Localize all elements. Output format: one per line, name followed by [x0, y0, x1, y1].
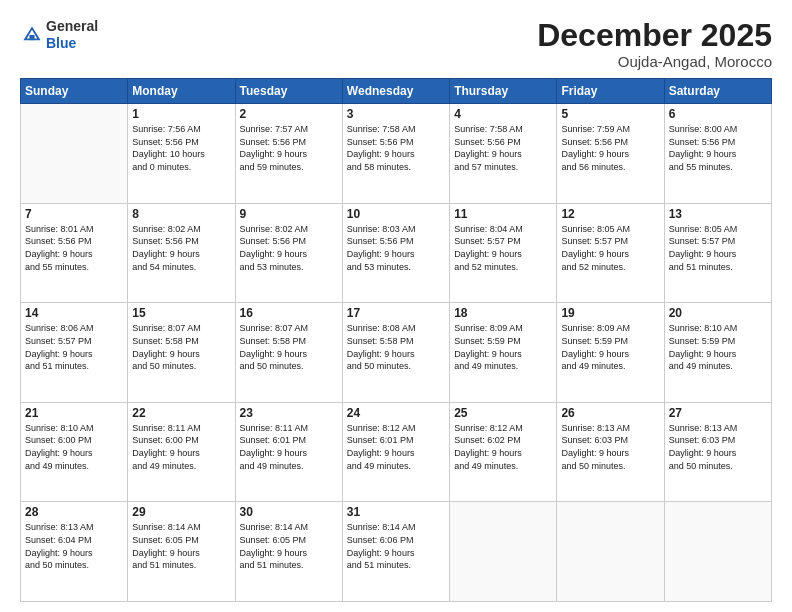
- day-info: Sunrise: 8:14 AM Sunset: 6:05 PM Dayligh…: [240, 521, 338, 571]
- page: General Blue December 2025 Oujda-Angad, …: [0, 0, 792, 612]
- day-number: 24: [347, 406, 445, 420]
- day-info: Sunrise: 7:57 AM Sunset: 5:56 PM Dayligh…: [240, 123, 338, 173]
- calendar-cell: 25Sunrise: 8:12 AM Sunset: 6:02 PM Dayli…: [450, 402, 557, 502]
- calendar-cell: [450, 502, 557, 602]
- calendar-cell: 10Sunrise: 8:03 AM Sunset: 5:56 PM Dayli…: [342, 203, 449, 303]
- header: General Blue December 2025 Oujda-Angad, …: [20, 18, 772, 70]
- calendar-cell: 31Sunrise: 8:14 AM Sunset: 6:06 PM Dayli…: [342, 502, 449, 602]
- logo-text: General Blue: [46, 18, 98, 52]
- day-info: Sunrise: 8:02 AM Sunset: 5:56 PM Dayligh…: [240, 223, 338, 273]
- location: Oujda-Angad, Morocco: [537, 53, 772, 70]
- calendar-cell: 18Sunrise: 8:09 AM Sunset: 5:59 PM Dayli…: [450, 303, 557, 403]
- day-info: Sunrise: 7:59 AM Sunset: 5:56 PM Dayligh…: [561, 123, 659, 173]
- calendar-week-row: 21Sunrise: 8:10 AM Sunset: 6:00 PM Dayli…: [21, 402, 772, 502]
- calendar-cell: [21, 104, 128, 204]
- day-info: Sunrise: 8:07 AM Sunset: 5:58 PM Dayligh…: [240, 322, 338, 372]
- day-number: 8: [132, 207, 230, 221]
- day-number: 20: [669, 306, 767, 320]
- day-number: 22: [132, 406, 230, 420]
- day-number: 11: [454, 207, 552, 221]
- day-info: Sunrise: 8:12 AM Sunset: 6:02 PM Dayligh…: [454, 422, 552, 472]
- day-info: Sunrise: 8:13 AM Sunset: 6:03 PM Dayligh…: [561, 422, 659, 472]
- day-number: 6: [669, 107, 767, 121]
- month-title: December 2025: [537, 18, 772, 53]
- day-number: 25: [454, 406, 552, 420]
- day-info: Sunrise: 8:05 AM Sunset: 5:57 PM Dayligh…: [669, 223, 767, 273]
- day-info: Sunrise: 8:00 AM Sunset: 5:56 PM Dayligh…: [669, 123, 767, 173]
- calendar-cell: 14Sunrise: 8:06 AM Sunset: 5:57 PM Dayli…: [21, 303, 128, 403]
- calendar-cell: 17Sunrise: 8:08 AM Sunset: 5:58 PM Dayli…: [342, 303, 449, 403]
- day-info: Sunrise: 8:11 AM Sunset: 6:00 PM Dayligh…: [132, 422, 230, 472]
- day-number: 16: [240, 306, 338, 320]
- calendar-cell: 12Sunrise: 8:05 AM Sunset: 5:57 PM Dayli…: [557, 203, 664, 303]
- day-number: 5: [561, 107, 659, 121]
- day-number: 19: [561, 306, 659, 320]
- calendar-cell: 6Sunrise: 8:00 AM Sunset: 5:56 PM Daylig…: [664, 104, 771, 204]
- calendar-cell: 23Sunrise: 8:11 AM Sunset: 6:01 PM Dayli…: [235, 402, 342, 502]
- day-info: Sunrise: 8:14 AM Sunset: 6:05 PM Dayligh…: [132, 521, 230, 571]
- day-number: 21: [25, 406, 123, 420]
- day-number: 26: [561, 406, 659, 420]
- calendar-table: SundayMondayTuesdayWednesdayThursdayFrid…: [20, 78, 772, 602]
- calendar-cell: 21Sunrise: 8:10 AM Sunset: 6:00 PM Dayli…: [21, 402, 128, 502]
- calendar-cell: 11Sunrise: 8:04 AM Sunset: 5:57 PM Dayli…: [450, 203, 557, 303]
- day-number: 4: [454, 107, 552, 121]
- logo-icon: [20, 23, 44, 47]
- day-info: Sunrise: 8:03 AM Sunset: 5:56 PM Dayligh…: [347, 223, 445, 273]
- day-number: 28: [25, 505, 123, 519]
- day-info: Sunrise: 8:11 AM Sunset: 6:01 PM Dayligh…: [240, 422, 338, 472]
- day-info: Sunrise: 8:10 AM Sunset: 5:59 PM Dayligh…: [669, 322, 767, 372]
- calendar-cell: 15Sunrise: 8:07 AM Sunset: 5:58 PM Dayli…: [128, 303, 235, 403]
- calendar-cell: 30Sunrise: 8:14 AM Sunset: 6:05 PM Dayli…: [235, 502, 342, 602]
- calendar-week-row: 14Sunrise: 8:06 AM Sunset: 5:57 PM Dayli…: [21, 303, 772, 403]
- calendar-cell: 19Sunrise: 8:09 AM Sunset: 5:59 PM Dayli…: [557, 303, 664, 403]
- day-info: Sunrise: 8:12 AM Sunset: 6:01 PM Dayligh…: [347, 422, 445, 472]
- calendar-cell: 26Sunrise: 8:13 AM Sunset: 6:03 PM Dayli…: [557, 402, 664, 502]
- day-number: 23: [240, 406, 338, 420]
- col-header-saturday: Saturday: [664, 79, 771, 104]
- calendar-cell: 8Sunrise: 8:02 AM Sunset: 5:56 PM Daylig…: [128, 203, 235, 303]
- day-number: 2: [240, 107, 338, 121]
- calendar-cell: 29Sunrise: 8:14 AM Sunset: 6:05 PM Dayli…: [128, 502, 235, 602]
- title-block: December 2025 Oujda-Angad, Morocco: [537, 18, 772, 70]
- logo: General Blue: [20, 18, 98, 52]
- day-info: Sunrise: 8:05 AM Sunset: 5:57 PM Dayligh…: [561, 223, 659, 273]
- calendar-cell: 13Sunrise: 8:05 AM Sunset: 5:57 PM Dayli…: [664, 203, 771, 303]
- day-info: Sunrise: 8:08 AM Sunset: 5:58 PM Dayligh…: [347, 322, 445, 372]
- day-number: 12: [561, 207, 659, 221]
- calendar-cell: 20Sunrise: 8:10 AM Sunset: 5:59 PM Dayli…: [664, 303, 771, 403]
- calendar-week-row: 28Sunrise: 8:13 AM Sunset: 6:04 PM Dayli…: [21, 502, 772, 602]
- calendar-cell: [664, 502, 771, 602]
- col-header-monday: Monday: [128, 79, 235, 104]
- day-number: 10: [347, 207, 445, 221]
- day-number: 3: [347, 107, 445, 121]
- day-info: Sunrise: 8:04 AM Sunset: 5:57 PM Dayligh…: [454, 223, 552, 273]
- calendar-week-row: 1Sunrise: 7:56 AM Sunset: 5:56 PM Daylig…: [21, 104, 772, 204]
- day-number: 13: [669, 207, 767, 221]
- calendar-cell: 2Sunrise: 7:57 AM Sunset: 5:56 PM Daylig…: [235, 104, 342, 204]
- calendar-cell: 27Sunrise: 8:13 AM Sunset: 6:03 PM Dayli…: [664, 402, 771, 502]
- day-info: Sunrise: 7:58 AM Sunset: 5:56 PM Dayligh…: [454, 123, 552, 173]
- day-number: 18: [454, 306, 552, 320]
- col-header-friday: Friday: [557, 79, 664, 104]
- calendar-cell: 1Sunrise: 7:56 AM Sunset: 5:56 PM Daylig…: [128, 104, 235, 204]
- day-number: 17: [347, 306, 445, 320]
- calendar-cell: 4Sunrise: 7:58 AM Sunset: 5:56 PM Daylig…: [450, 104, 557, 204]
- col-header-sunday: Sunday: [21, 79, 128, 104]
- col-header-thursday: Thursday: [450, 79, 557, 104]
- logo-blue: Blue: [46, 35, 98, 52]
- day-number: 9: [240, 207, 338, 221]
- day-info: Sunrise: 8:13 AM Sunset: 6:04 PM Dayligh…: [25, 521, 123, 571]
- calendar-header-row: SundayMondayTuesdayWednesdayThursdayFrid…: [21, 79, 772, 104]
- day-info: Sunrise: 8:09 AM Sunset: 5:59 PM Dayligh…: [561, 322, 659, 372]
- day-info: Sunrise: 8:10 AM Sunset: 6:00 PM Dayligh…: [25, 422, 123, 472]
- logo-general: General: [46, 18, 98, 35]
- calendar-cell: 7Sunrise: 8:01 AM Sunset: 5:56 PM Daylig…: [21, 203, 128, 303]
- day-number: 29: [132, 505, 230, 519]
- day-info: Sunrise: 7:58 AM Sunset: 5:56 PM Dayligh…: [347, 123, 445, 173]
- svg-rect-2: [29, 35, 34, 40]
- day-number: 1: [132, 107, 230, 121]
- day-number: 31: [347, 505, 445, 519]
- calendar-cell: 16Sunrise: 8:07 AM Sunset: 5:58 PM Dayli…: [235, 303, 342, 403]
- day-info: Sunrise: 8:02 AM Sunset: 5:56 PM Dayligh…: [132, 223, 230, 273]
